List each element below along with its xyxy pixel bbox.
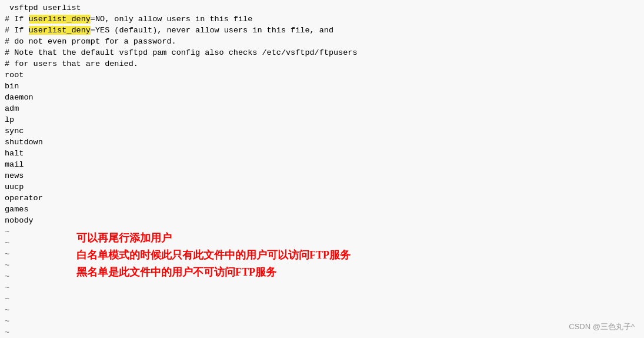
code-line-6: # for users that are denied. — [5, 58, 639, 69]
highlight-userlist-deny-1: userlist_deny — [29, 15, 91, 24]
code-line-nobody: nobody — [5, 215, 639, 226]
code-line-3: # If userlist_deny=YES (default), never … — [5, 25, 639, 36]
annotation-line-2: 白名单模式的时候此只有此文件中的用户可以访问FTP服务 — [76, 247, 351, 264]
code-line-4: # do not even prompt for a password. — [5, 36, 639, 47]
code-line-bin: bin — [5, 81, 639, 92]
code-line-operator: operator — [5, 193, 639, 204]
code-line-halt: halt — [5, 148, 639, 159]
code-line-5: # Note that the default vsftpd pam confi… — [5, 47, 639, 58]
code-line-uucp: uucp — [5, 181, 639, 193]
code-line-news: news — [5, 170, 639, 181]
code-line-2: # If userlist_deny=NO, only allow users … — [5, 14, 639, 25]
annotation-box: 可以再尾行添加用户 白名单模式的时候此只有此文件中的用户可以访问FTP服务 黑名… — [76, 230, 351, 280]
code-line-lp: lp — [5, 114, 639, 125]
tilde-9: ~ — [5, 316, 639, 327]
annotation-line-1: 可以再尾行添加用户 — [76, 230, 351, 247]
highlight-userlist-deny-2: userlist_deny — [29, 26, 91, 35]
tilde-10: ~ — [5, 327, 639, 338]
editor-container: vsftpd userlist # If userlist_deny=NO, o… — [0, 0, 644, 338]
code-line-daemon: daemon — [5, 92, 639, 103]
code-line-root: root — [5, 69, 639, 81]
code-line-games: games — [5, 204, 639, 215]
code-line-shutdown: shutdown — [5, 137, 639, 148]
code-line-1: vsftpd userlist — [5, 2, 639, 14]
annotation-line-3: 黑名单是此文件中的用户不可访问FTP服务 — [76, 264, 351, 281]
code-line-adm: adm — [5, 103, 639, 114]
tilde-7: ~ — [5, 293, 639, 304]
watermark: CSDN @三色丸子^ — [569, 322, 635, 332]
code-line-mail: mail — [5, 159, 639, 170]
code-line-sync: sync — [5, 125, 639, 137]
tilde-8: ~ — [5, 304, 639, 316]
tilde-6: ~ — [5, 282, 639, 293]
